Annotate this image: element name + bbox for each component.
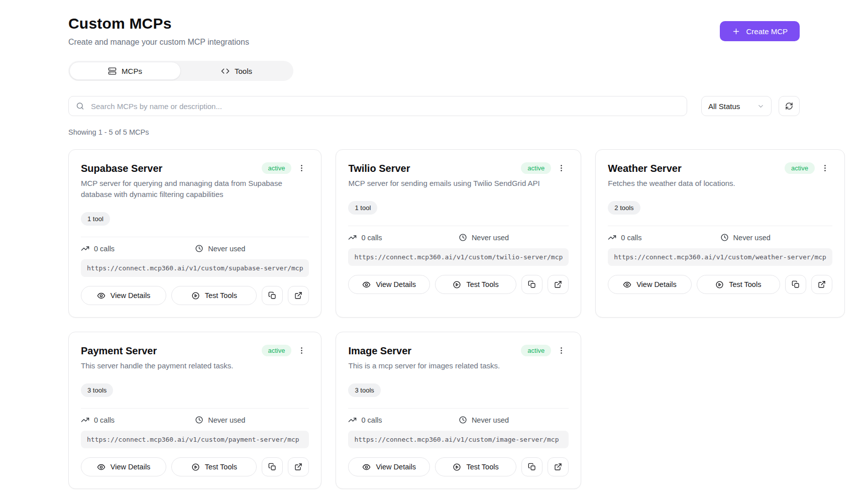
card-actions: View Details Test Tools [348, 457, 569, 476]
test-tools-label: Test Tools [466, 463, 498, 471]
card-header: Payment Server active [81, 344, 309, 357]
open-external-button[interactable] [288, 457, 309, 476]
trending-up-icon [81, 416, 89, 424]
copy-url-button[interactable] [521, 275, 542, 294]
card-actions: View Details Test Tools [608, 275, 832, 294]
card-header: Supabase Server active [81, 162, 309, 175]
status-badge: active [262, 345, 292, 356]
card-menu-button[interactable] [554, 162, 569, 174]
external-link-icon [294, 463, 302, 471]
mcp-card: Weather Server active Fetches the weathe… [595, 149, 845, 318]
card-header: Weather Server active [608, 162, 832, 175]
clock-icon [195, 244, 203, 253]
page-header-text: Custom MCPs Create and manage your custo… [68, 15, 249, 48]
tools-count-badge: 3 tools [348, 383, 380, 397]
results-count: Showing 1 - 5 of 5 MCPs [68, 128, 800, 136]
test-tools-button[interactable]: Test Tools [435, 275, 516, 294]
open-external-button[interactable] [548, 275, 569, 294]
status-filter-value: All Status [708, 102, 740, 111]
last-used-value: Never used [472, 416, 509, 424]
view-details-button[interactable]: View Details [608, 275, 691, 294]
card-actions: View Details Test Tools [81, 457, 309, 476]
tools-row: 1 tool [81, 212, 309, 226]
tab-mcps[interactable]: MCPs [69, 62, 181, 80]
last-used-stat: Never used [720, 233, 832, 242]
calls-value: 0 calls [361, 234, 382, 242]
mcp-url: https://connect.mcp360.ai/v1/custom/imag… [348, 431, 569, 448]
last-used-value: Never used [472, 234, 509, 242]
calls-value: 0 calls [361, 416, 382, 424]
tools-row: 1 tool [348, 201, 569, 215]
view-details-label: View Details [111, 291, 151, 300]
test-tools-button[interactable]: Test Tools [435, 457, 516, 476]
copy-url-button[interactable] [521, 457, 542, 476]
open-external-button[interactable] [288, 286, 309, 305]
card-stats: 0 calls Never used [81, 237, 309, 259]
copy-icon [268, 291, 276, 300]
kebab-icon [557, 164, 566, 172]
search-input[interactable] [68, 96, 687, 116]
copy-url-button[interactable] [262, 457, 283, 476]
open-external-button[interactable] [548, 457, 569, 476]
play-circle-icon [191, 463, 200, 471]
view-tabs: MCPs Tools [68, 61, 293, 81]
mcp-name: Weather Server [608, 162, 681, 175]
play-circle-icon [453, 280, 461, 289]
trending-up-icon [348, 416, 357, 424]
last-used-stat: Never used [459, 233, 569, 242]
refresh-button[interactable] [779, 96, 800, 116]
filter-row: All Status [68, 96, 800, 116]
card-actions: View Details Test Tools [81, 286, 309, 305]
eye-icon [362, 280, 371, 289]
test-tools-label: Test Tools [205, 463, 237, 471]
view-details-button[interactable]: View Details [81, 457, 166, 476]
tools-count-badge: 1 tool [348, 201, 377, 215]
trending-up-icon [81, 244, 89, 253]
page-header: Custom MCPs Create and manage your custo… [68, 15, 800, 48]
clock-icon [459, 233, 467, 242]
test-tools-button[interactable]: Test Tools [171, 457, 257, 476]
mcp-name: Supabase Server [81, 162, 162, 175]
test-tools-button[interactable]: Test Tools [171, 286, 257, 305]
view-details-button[interactable]: View Details [348, 275, 429, 294]
custom-mcps-page: Custom MCPs Create and manage your custo… [0, 0, 868, 493]
calls-stat: 0 calls [81, 416, 195, 424]
mcp-description: MCP server for querying and managing dat… [81, 178, 309, 200]
eye-icon [97, 291, 105, 300]
card-stats: 0 calls Never used [81, 409, 309, 431]
copy-icon [268, 463, 276, 471]
tab-tools[interactable]: Tools [181, 62, 292, 80]
mcp-description: MCP server for sending emails using Twil… [348, 178, 569, 189]
card-menu-button[interactable] [294, 344, 309, 357]
status-badge: active [521, 345, 551, 356]
tools-row: 2 tools [608, 201, 832, 215]
copy-url-button[interactable] [785, 275, 806, 294]
status-badge: active [521, 162, 551, 174]
clock-icon [459, 416, 467, 424]
card-menu-button[interactable] [818, 162, 832, 174]
view-details-label: View Details [376, 463, 416, 471]
status-filter-select[interactable]: All Status [701, 96, 772, 116]
open-external-button[interactable] [811, 275, 832, 294]
status-badge: active [262, 162, 292, 174]
view-details-button[interactable]: View Details [81, 286, 166, 305]
status-badge: active [785, 162, 815, 174]
card-header-right: active [785, 162, 832, 174]
external-link-icon [554, 463, 562, 471]
copy-url-button[interactable] [262, 286, 283, 305]
card-menu-button[interactable] [294, 162, 309, 174]
kebab-icon [821, 164, 829, 172]
last-used-stat: Never used [459, 416, 569, 424]
search-wrap [68, 96, 687, 116]
mcp-url: https://connect.mcp360.ai/v1/custom/supa… [81, 259, 309, 277]
test-tools-label: Test Tools [466, 280, 498, 288]
plus-icon [732, 27, 740, 36]
mcp-url: https://connect.mcp360.ai/v1/custom/weat… [608, 248, 832, 266]
create-mcp-label: Create MCP [746, 27, 788, 36]
test-tools-button[interactable]: Test Tools [697, 275, 780, 294]
create-mcp-button[interactable]: Create MCP [720, 21, 800, 41]
view-details-button[interactable]: View Details [348, 457, 429, 476]
card-menu-button[interactable] [554, 344, 569, 357]
tools-row: 3 tools [348, 383, 569, 397]
code-icon [221, 67, 230, 75]
